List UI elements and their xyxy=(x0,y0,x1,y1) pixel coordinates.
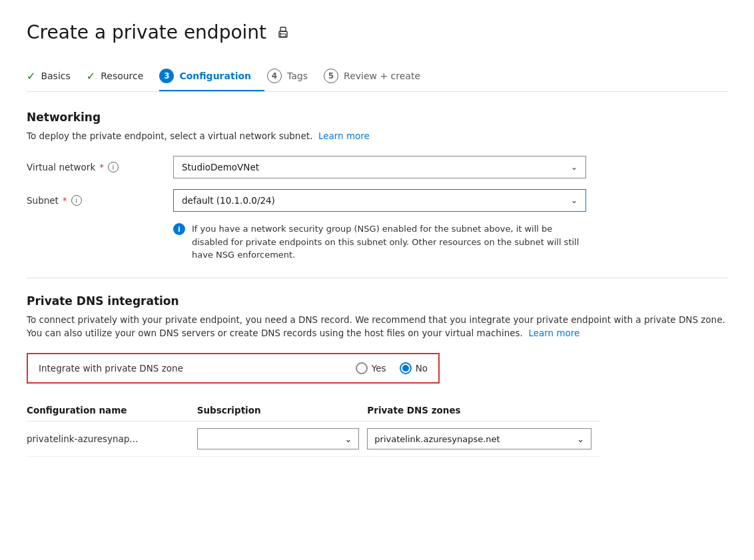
tab-configuration[interactable]: 3 Configuration xyxy=(159,62,264,91)
dns-radio-group: Yes No xyxy=(356,362,428,374)
svg-rect-2 xyxy=(280,34,286,37)
print-icon[interactable] xyxy=(276,25,290,40)
subnet-label-text: Subnet xyxy=(27,195,59,206)
networking-desc-text: To deploy the private endpoint, select a… xyxy=(27,131,312,141)
tab-basics-label: Basics xyxy=(41,71,70,81)
dns-desc-text: To connect privately with your private e… xyxy=(27,314,725,338)
tab-basics[interactable]: ✓ Basics xyxy=(27,63,84,91)
networking-description: To deploy the private endpoint, select a… xyxy=(27,129,727,142)
virtual-network-row: Virtual network * i StudioDemoVNet ⌄ xyxy=(27,156,727,178)
virtual-network-info-icon[interactable]: i xyxy=(108,162,119,172)
nsg-info-icon: i xyxy=(173,223,185,235)
subscription-select[interactable]: ⌄ xyxy=(197,428,360,449)
resource-check-icon: ✓ xyxy=(87,70,95,83)
virtual-network-chevron-icon: ⌄ xyxy=(571,162,577,172)
dns-learn-more-link[interactable]: Learn more xyxy=(528,328,579,338)
subnet-required: * xyxy=(63,195,67,206)
virtual-network-control: StudioDemoVNet ⌄ xyxy=(173,156,586,178)
tab-configuration-label: Configuration xyxy=(179,71,251,81)
tab-review-label: Review + create xyxy=(344,71,420,81)
tab-resource[interactable]: ✓ Resource xyxy=(87,63,157,91)
dns-no-radio[interactable] xyxy=(400,362,412,374)
tab-review[interactable]: 5 Review + create xyxy=(324,62,434,91)
networking-learn-more-link[interactable]: Learn more xyxy=(318,131,370,141)
page-title: Create a private endpoint xyxy=(27,21,727,43)
dns-integrate-label: Integrate with private DNS zone xyxy=(39,363,329,374)
subnet-chevron-icon: ⌄ xyxy=(571,196,577,205)
dns-description: To connect privately with your private e… xyxy=(27,313,727,340)
configuration-badge: 3 xyxy=(159,69,174,83)
subnet-select[interactable]: default (10.1.0.0/24) ⌄ xyxy=(173,189,586,212)
subscription-cell: ⌄ xyxy=(197,421,368,457)
nsg-notice: i If you have a network security group (… xyxy=(173,222,586,262)
dns-table: Configuration name Subscription Private … xyxy=(27,400,599,457)
subscription-chevron-icon: ⌄ xyxy=(344,434,352,444)
tab-tags[interactable]: 4 Tags xyxy=(267,62,321,91)
config-name-cell: privatelink-azuresynap... xyxy=(27,421,197,457)
tabs-container: ✓ Basics ✓ Resource 3 Configuration 4 Ta… xyxy=(27,62,727,92)
virtual-network-required: * xyxy=(99,162,104,172)
virtual-network-label-text: Virtual network xyxy=(27,162,95,172)
dns-yes-option[interactable]: Yes xyxy=(356,362,386,374)
tab-tags-label: Tags xyxy=(287,71,308,81)
virtual-network-label: Virtual network * i xyxy=(27,162,173,172)
dns-zone-select[interactable]: privatelink.azuresynapse.net ⌄ xyxy=(367,428,591,449)
virtual-network-value: StudioDemoVNet xyxy=(182,162,259,172)
basics-check-icon: ✓ xyxy=(27,70,35,83)
dns-yes-radio[interactable] xyxy=(356,362,368,374)
col-config-name: Configuration name xyxy=(27,400,197,421)
subnet-row: Subnet * i default (10.1.0.0/24) ⌄ xyxy=(27,189,727,212)
dns-yes-label: Yes xyxy=(372,363,386,374)
col-subscription: Subscription xyxy=(197,400,368,421)
dns-integration-box: Integrate with private DNS zone Yes No xyxy=(27,353,440,384)
col-dns-zones: Private DNS zones xyxy=(367,400,599,421)
dns-zone-value: privatelink.azuresynapse.net xyxy=(374,434,500,444)
svg-rect-1 xyxy=(280,27,286,31)
subnet-info-icon[interactable]: i xyxy=(71,195,82,206)
subnet-value: default (10.1.0.0/24) xyxy=(182,195,275,206)
dns-title: Private DNS integration xyxy=(27,294,727,308)
dns-no-option[interactable]: No xyxy=(400,362,428,374)
subnet-control: default (10.1.0.0/24) ⌄ xyxy=(173,189,586,212)
dns-zone-cell: privatelink.azuresynapse.net ⌄ xyxy=(367,421,599,457)
title-text: Create a private endpoint xyxy=(27,21,266,43)
dns-zone-chevron-icon: ⌄ xyxy=(577,434,584,444)
nsg-text: If you have a network security group (NS… xyxy=(192,222,586,262)
networking-title: Networking xyxy=(27,111,727,124)
tags-badge: 4 xyxy=(267,69,282,83)
table-row: privatelink-azuresynap... ⌄ privatelink.… xyxy=(27,421,599,457)
dns-section: Private DNS integration To connect priva… xyxy=(27,294,727,457)
dns-table-head: Configuration name Subscription Private … xyxy=(27,400,599,421)
virtual-network-select[interactable]: StudioDemoVNet ⌄ xyxy=(173,156,586,178)
dns-no-label: No xyxy=(416,363,428,374)
networking-section: Networking To deploy the private endpoin… xyxy=(27,111,727,262)
review-badge: 5 xyxy=(324,69,338,83)
svg-point-3 xyxy=(280,33,281,34)
section-divider xyxy=(27,278,727,278)
subnet-label: Subnet * i xyxy=(27,195,173,206)
dns-table-body: privatelink-azuresynap... ⌄ privatelink.… xyxy=(27,421,599,457)
tab-resource-label: Resource xyxy=(101,71,143,81)
